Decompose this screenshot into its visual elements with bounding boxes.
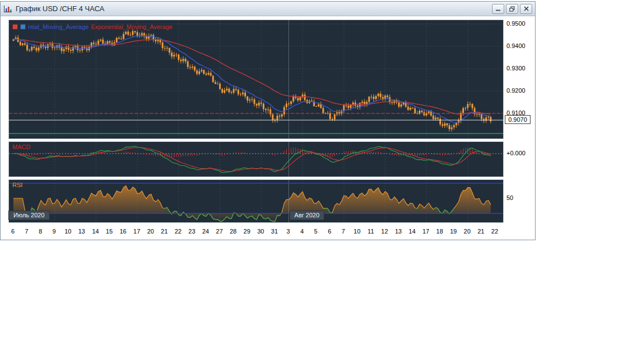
window-title: График USD /CHF 4 ЧАСА bbox=[16, 4, 105, 13]
time-tick: 31 bbox=[268, 228, 281, 235]
time-tick: 30 bbox=[254, 228, 267, 235]
rsi-mid-label: 50 bbox=[506, 194, 513, 202]
indicator-blue-swatch[interactable] bbox=[20, 24, 26, 30]
month-badge: Июль 2020 bbox=[8, 211, 50, 220]
month-badge: Авг 2020 bbox=[290, 211, 325, 220]
time-tick: 6 bbox=[7, 228, 19, 235]
time-tick: 24 bbox=[200, 228, 212, 235]
current-price-tag: 0.9070 bbox=[505, 115, 531, 124]
price-axis-label: 0.9500 bbox=[506, 20, 525, 27]
time-tick: 6 bbox=[323, 228, 335, 235]
ema-blue-label: ntial_Moving_Average bbox=[28, 23, 89, 30]
time-tick: 14 bbox=[406, 228, 418, 235]
titlebar[interactable]: График USD /CHF 4 ЧАСА bbox=[1, 2, 535, 16]
rsi-canvas bbox=[9, 180, 503, 222]
time-tick: 7 bbox=[337, 228, 349, 235]
ema-red-label: Exponential_Moving_Average bbox=[91, 23, 173, 30]
price-chart-canvas bbox=[9, 20, 503, 139]
macd-panel[interactable]: MACD bbox=[8, 141, 504, 177]
time-tick: 27 bbox=[213, 228, 225, 235]
time-tick: 23 bbox=[186, 228, 198, 235]
price-axis-label: 0.9200 bbox=[506, 87, 525, 94]
time-tick: 5 bbox=[310, 228, 322, 235]
time-tick: 13 bbox=[392, 228, 405, 235]
time-tick: 8 bbox=[34, 228, 46, 235]
time-tick: 28 bbox=[227, 228, 239, 235]
time-tick: 14 bbox=[89, 228, 102, 235]
time-axis[interactable]: 6789101314151617202122232427282930313456… bbox=[1, 224, 535, 239]
chart-content: ntial_Moving_Average Exponential_Moving_… bbox=[1, 16, 535, 240]
price-axis-label: 0.9300 bbox=[506, 64, 525, 72]
time-tick: 11 bbox=[364, 228, 377, 235]
rsi-panel[interactable]: RSI bbox=[8, 179, 504, 223]
time-tick: 22 bbox=[172, 228, 184, 235]
macd-zero-label: +0.000 bbox=[506, 149, 525, 157]
indicator-red-swatch[interactable] bbox=[12, 24, 18, 30]
price-axis-label: 0.9400 bbox=[506, 42, 525, 50]
time-tick: 7 bbox=[21, 228, 33, 235]
price-panel[interactable]: ntial_Moving_Average Exponential_Moving_… bbox=[8, 20, 504, 139]
time-tick: 19 bbox=[447, 228, 460, 235]
time-tick: 21 bbox=[158, 228, 171, 235]
time-tick: 17 bbox=[131, 228, 143, 235]
macd-label: MACD bbox=[12, 144, 30, 150]
restore-icon bbox=[509, 6, 515, 12]
time-tick: 22 bbox=[489, 228, 501, 235]
time-tick: 18 bbox=[433, 228, 446, 235]
minimize-button[interactable] bbox=[492, 4, 504, 14]
time-tick: 29 bbox=[241, 228, 253, 235]
close-button[interactable] bbox=[520, 4, 532, 14]
macd-canvas bbox=[9, 142, 503, 177]
time-tick: 15 bbox=[103, 228, 115, 235]
rsi-label: RSI bbox=[12, 182, 22, 188]
restore-button[interactable] bbox=[506, 4, 518, 14]
time-tick: 10 bbox=[351, 228, 363, 235]
time-tick: 3 bbox=[282, 228, 295, 235]
chart-window: График USD /CHF 4 ЧАСА bbox=[0, 1, 536, 240]
time-tick: 17 bbox=[420, 228, 432, 235]
indicator-legend: ntial_Moving_Average Exponential_Moving_… bbox=[12, 23, 173, 30]
chart-icon bbox=[3, 5, 12, 13]
time-tick: 9 bbox=[48, 228, 60, 235]
time-tick: 20 bbox=[144, 228, 157, 235]
close-icon bbox=[524, 6, 529, 11]
time-tick: 10 bbox=[62, 228, 74, 235]
time-tick: 4 bbox=[296, 228, 308, 235]
time-tick: 16 bbox=[117, 228, 129, 235]
time-tick: 13 bbox=[75, 228, 88, 235]
time-tick: 12 bbox=[378, 228, 391, 235]
time-tick: 20 bbox=[461, 228, 473, 235]
minimize-icon bbox=[495, 6, 501, 11]
time-tick: 21 bbox=[475, 228, 487, 235]
